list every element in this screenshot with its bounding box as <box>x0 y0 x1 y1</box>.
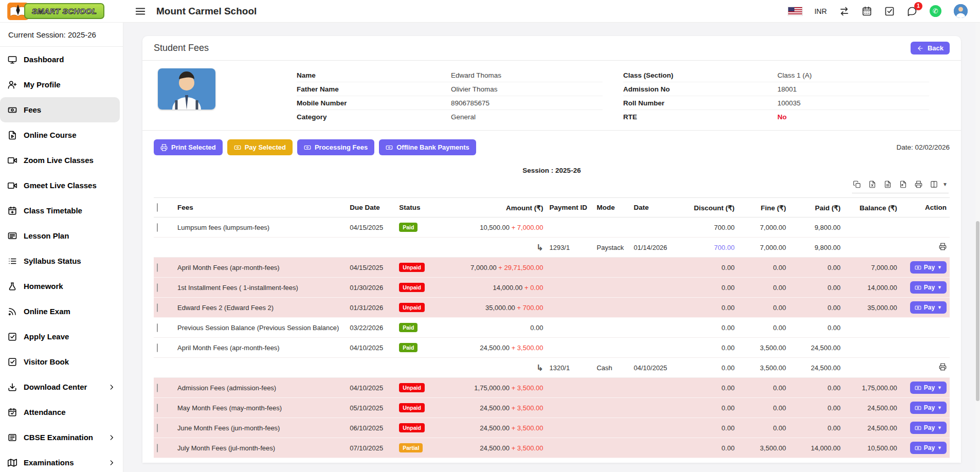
sidebar-item-zoom-live-classes[interactable]: Zoom Live Classes <box>0 148 123 173</box>
sidebar-item-lesson-plan[interactable]: Lesson Plan <box>0 223 123 248</box>
pay-button[interactable]: Pay▼ <box>910 422 947 434</box>
col-header-status[interactable]: Status <box>396 198 450 217</box>
printer-icon[interactable] <box>915 180 922 188</box>
messages-icon[interactable]: 1 <box>907 6 917 16</box>
col-header-paid[interactable]: Paid (₹) <box>789 198 844 217</box>
row-checkbox[interactable] <box>157 424 158 432</box>
col-header-due-date[interactable]: Due Date <box>347 198 396 217</box>
sidebar-item-online-course[interactable]: Online Course <box>0 122 123 148</box>
due-date: 04/15/2025 <box>347 258 396 278</box>
fee-row: April Month Fees (apr-month-fees)04/10/2… <box>154 338 950 358</box>
row-checkbox[interactable] <box>157 323 158 332</box>
payment-mode: Paystack <box>593 238 630 258</box>
columns-dropdown-caret[interactable]: ▼ <box>942 181 948 187</box>
print-receipt-icon[interactable] <box>939 363 947 372</box>
sidebar-item-examinations[interactable]: Examinations <box>0 450 123 472</box>
col-header-payment-id[interactable]: Payment ID <box>546 198 593 217</box>
due-date: 04/10/2025 <box>347 338 396 358</box>
sidebar-item-gmeet-live-classes[interactable]: Gmeet Live Classes <box>0 173 123 198</box>
row-checkbox[interactable] <box>157 444 158 452</box>
col-header-date[interactable]: Date <box>631 198 680 217</box>
print-selected-button[interactable]: Print Selected <box>154 139 223 155</box>
processing-fees-button[interactable]: Processing Fees <box>297 139 374 155</box>
due-date: 04/10/2025 <box>347 378 396 398</box>
sidebar-item-my-profile[interactable]: My Profile <box>0 72 123 97</box>
discount-value[interactable]: 700.00 <box>680 238 738 258</box>
row-checkbox[interactable] <box>157 343 158 352</box>
sidebar-item-cbse-examination[interactable]: CBSE Examination <box>0 425 123 450</box>
info-value: 8906785675 <box>451 99 489 107</box>
row-checkbox[interactable] <box>157 384 158 392</box>
pay-button[interactable]: Pay▼ <box>910 382 947 394</box>
back-button[interactable]: Back <box>911 42 950 55</box>
file-text-icon[interactable] <box>884 180 892 188</box>
fine-value: 3,500.00 <box>738 438 789 458</box>
sidebar-item-dashboard[interactable]: Dashboard <box>0 47 123 72</box>
fine-value: 0.00 <box>738 278 789 298</box>
col-header-mode[interactable]: Mode <box>593 198 630 217</box>
info-label: Roll Number <box>623 99 777 107</box>
tasks-icon[interactable] <box>884 6 895 16</box>
sub-row-arrow-cell: ↳ <box>450 238 546 258</box>
pay-button[interactable]: Pay▼ <box>910 301 947 314</box>
offline-bank-payments-button[interactable]: Offline Bank Payments <box>379 139 476 155</box>
col-header-action[interactable]: Action <box>900 198 950 217</box>
pay-button[interactable]: Pay▼ <box>910 442 947 454</box>
status-badge: Unpaid <box>399 423 425 432</box>
sidebar-item-homework[interactable]: Homework <box>0 274 123 299</box>
sidebar-item-online-exam[interactable]: Online Exam <box>0 299 123 324</box>
sidebar-item-fees[interactable]: Fees <box>0 97 120 122</box>
sidebar-item-label: Online Course <box>24 131 77 139</box>
whatsapp-icon[interactable]: ✆ <box>930 5 941 17</box>
file-pdf-icon[interactable] <box>899 180 907 188</box>
smart-school-logo[interactable]: SMART SCHOOL <box>7 3 104 20</box>
user-avatar[interactable] <box>954 4 968 18</box>
info-row-mobile-number: Mobile Number8906785675 <box>297 96 603 110</box>
row-checkbox[interactable] <box>157 303 158 312</box>
row-checkbox[interactable] <box>157 223 158 232</box>
menu-icon[interactable] <box>135 6 146 17</box>
scrollbar-track[interactable] <box>975 23 980 472</box>
sidebar-item-visitor-book[interactable]: Visitor Book <box>0 349 123 374</box>
row-checkbox[interactable] <box>157 263 158 272</box>
balance-value: 7,000.00 <box>844 258 900 278</box>
columns-icon[interactable] <box>930 180 938 188</box>
fine-value: 0.00 <box>738 378 789 398</box>
paid-value: 0.00 <box>789 278 844 298</box>
pay-button[interactable]: Pay▼ <box>910 402 947 414</box>
us-flag-icon[interactable] <box>788 7 802 15</box>
print-receipt-icon[interactable] <box>939 243 947 252</box>
due-date: 04/15/2025 <box>347 217 396 238</box>
copy-icon[interactable] <box>853 180 861 188</box>
col-header-amount[interactable]: Amount (₹) <box>450 198 546 217</box>
select-all-checkbox[interactable] <box>157 203 158 212</box>
pay-button[interactable]: Pay▼ <box>910 261 947 274</box>
col-header-fees[interactable]: Fees <box>174 198 347 217</box>
discount-value: 0.00 <box>680 438 738 458</box>
col-header-balance[interactable]: Balance (₹) <box>844 198 900 217</box>
status-badge: Paid <box>399 323 418 332</box>
level-down-arrow-icon: ↳ <box>536 243 543 252</box>
sidebar-item-apply-leave[interactable]: Apply Leave <box>0 324 123 349</box>
pay-selected-button[interactable]: Pay Selected <box>227 139 293 155</box>
discount-value: 0.00 <box>680 418 738 438</box>
payment-date: 04/10/2025 <box>631 358 680 378</box>
sidebar-item-syllabus-status[interactable]: Syllabus Status <box>0 248 123 274</box>
row-checkbox[interactable] <box>157 404 158 412</box>
sidebar-item-download-center[interactable]: Download Center <box>0 374 123 400</box>
monitor-icon <box>8 55 17 64</box>
sidebar-item-attendance[interactable]: Attendance <box>0 400 123 425</box>
col-header-discount[interactable]: Discount (₹) <box>680 198 738 217</box>
pay-button[interactable]: Pay▼ <box>910 281 947 294</box>
scrollbar-thumb[interactable] <box>976 221 979 401</box>
row-checkbox[interactable] <box>157 283 158 292</box>
student-info-section: NameEdward ThomasFather NameOlivier Thom… <box>142 61 961 131</box>
exchange-icon[interactable] <box>839 6 849 16</box>
file-excel-icon[interactable] <box>868 180 876 188</box>
info-label: Admission No <box>623 85 777 93</box>
currency-label[interactable]: INR <box>814 7 827 15</box>
col-header-fine[interactable]: Fine (₹) <box>738 198 789 217</box>
sidebar-item-class-timetable[interactable]: Class Timetable <box>0 198 123 223</box>
fine-value: 3,500.00 <box>738 358 789 378</box>
calendar-icon[interactable] <box>862 6 872 16</box>
